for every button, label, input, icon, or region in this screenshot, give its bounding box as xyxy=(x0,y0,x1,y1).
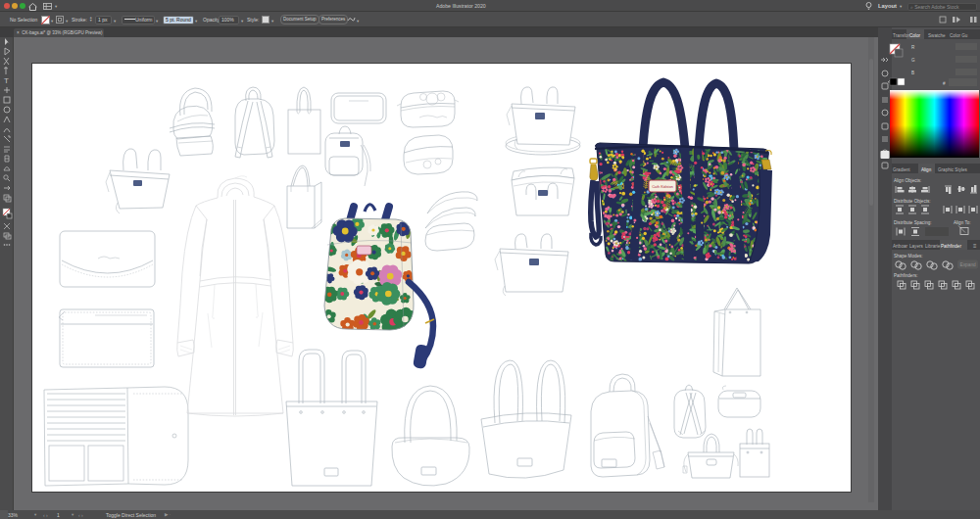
svg-text:Librarie: Librarie xyxy=(925,244,941,249)
svg-text:Pathfinders:: Pathfinders: xyxy=(894,273,918,278)
svg-text:Pathfinder: Pathfinder xyxy=(941,244,961,249)
svg-text:Layers: Layers xyxy=(909,244,923,249)
svg-text:Align: Align xyxy=(921,167,932,172)
svg-text:Color: Color xyxy=(909,33,920,38)
svg-text:Distribute Objects:: Distribute Objects: xyxy=(894,199,931,204)
svg-text:B: B xyxy=(911,71,914,75)
svg-text:Gradient: Gradient xyxy=(893,167,910,172)
svg-text:Graphic Styles: Graphic Styles xyxy=(938,167,968,172)
svg-text:#: # xyxy=(943,81,946,86)
svg-text:Artboar: Artboar xyxy=(893,244,908,249)
svg-text:Transfor: Transfor xyxy=(893,33,909,38)
svg-text:Cath Kidston: Cath Kidston xyxy=(652,185,673,189)
svg-text:T: T xyxy=(4,76,9,85)
svg-text:Align Objects:: Align Objects: xyxy=(894,178,921,183)
svg-text:≡: ≡ xyxy=(973,243,977,249)
svg-text:Align To:: Align To: xyxy=(954,220,971,225)
svg-text:Distribute Spacing:: Distribute Spacing: xyxy=(894,220,932,225)
svg-text:Shape Modes:: Shape Modes: xyxy=(894,254,923,259)
svg-text:Swatche: Swatche xyxy=(928,33,946,38)
svg-text:Color Gu: Color Gu xyxy=(950,33,968,38)
svg-text:Expand: Expand xyxy=(960,262,977,267)
svg-text:G: G xyxy=(911,58,915,63)
